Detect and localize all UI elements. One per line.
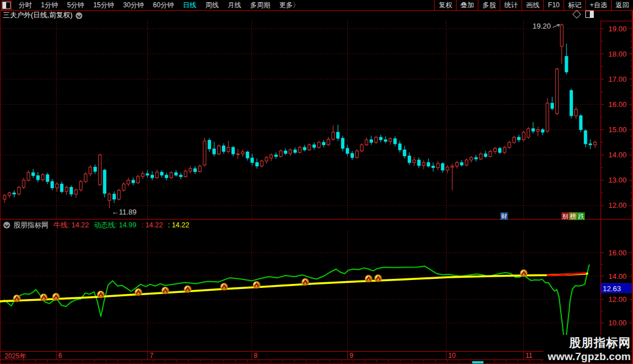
- candle: [579, 116, 582, 130]
- menu-item-5分钟[interactable]: 5分钟: [63, 0, 89, 11]
- candle: [284, 151, 287, 153]
- menu-item-+自选[interactable]: +自选: [585, 0, 611, 10]
- month-label: 11: [525, 352, 532, 360]
- status-blip: [472, 361, 483, 363]
- indicator-header: 股朋指标网 牛线: 14.22动态线: 14.99: 14.22: 14.22: [0, 220, 599, 230]
- menu-item-更多〉[interactable]: 更多〉: [274, 0, 304, 11]
- candle: [308, 145, 311, 150]
- y-axis-label: 16.00: [608, 100, 627, 109]
- candle: [17, 187, 20, 194]
- candle: [594, 142, 597, 145]
- candle: [22, 180, 25, 188]
- menu-item-多股[interactable]: 多股: [478, 0, 500, 10]
- menu-item-15分钟[interactable]: 15分钟: [89, 0, 118, 11]
- candle: [27, 172, 30, 180]
- candle: [80, 181, 82, 190]
- split-pane-icon[interactable]: [585, 11, 594, 18]
- candle: [546, 103, 549, 131]
- diamond-icon[interactable]: [573, 10, 581, 19]
- candle: [356, 151, 359, 157]
- candle: [108, 194, 111, 200]
- y-axis-label: 12.00: [608, 295, 627, 304]
- menu-item-30分钟[interactable]: 30分钟: [119, 0, 148, 11]
- menu-item-日线[interactable]: 日线: [178, 0, 201, 11]
- event-badge-跌[interactable]: 跌: [577, 212, 585, 220]
- menu-item-标记[interactable]: 标记: [564, 0, 585, 10]
- candle: [575, 109, 578, 115]
- candle: [551, 103, 553, 108]
- menu-item-返回[interactable]: 返回: [611, 0, 633, 10]
- chevron-down-icon[interactable]: [76, 12, 82, 19]
- menu-item-统计[interactable]: 统计: [500, 0, 522, 10]
- menu-item-分时[interactable]: 分时: [14, 0, 36, 11]
- candle: [584, 130, 587, 143]
- candle: [484, 154, 487, 157]
- candle: [508, 142, 511, 147]
- period-menu: 分时1分钟5分钟15分钟30分钟60分钟日线周线月线多周期更多〉: [14, 0, 304, 11]
- watermark-url: www.7gpzb.com: [548, 351, 631, 363]
- menu-item-复权[interactable]: 复权: [434, 0, 456, 10]
- candle: [179, 175, 182, 177]
- candle: [32, 172, 35, 175]
- candle: [103, 170, 106, 194]
- candle: [398, 144, 401, 150]
- month-label: 6: [58, 352, 62, 360]
- menu-item-多周期[interactable]: 多周期: [245, 0, 274, 11]
- candle: [494, 148, 496, 151]
- month-tick: [523, 352, 524, 360]
- menu-item-叠加[interactable]: 叠加: [456, 0, 478, 10]
- bottom-tick-strip: [0, 360, 633, 364]
- menu-item-1分钟[interactable]: 1分钟: [36, 0, 63, 11]
- candle: [156, 172, 159, 178]
- event-badge-别[interactable]: 别: [561, 212, 569, 220]
- chart-canvas[interactable]: 19.0018.0017.0016.0015.0014.0013.0012.00…: [0, 0, 633, 364]
- menu-item-月线[interactable]: 月线: [223, 0, 245, 11]
- candle: [260, 161, 263, 166]
- candle: [351, 153, 353, 157]
- watermark: 股朋指标网 www.7gpzb.com: [543, 335, 631, 363]
- candle: [280, 151, 282, 156]
- candle: [451, 166, 454, 167]
- candle: [41, 175, 44, 180]
- candle: [113, 194, 115, 199]
- candle: [341, 138, 344, 148]
- date-axis: 2025年 67891011: [0, 351, 633, 360]
- candle: [65, 187, 68, 192]
- candle: [208, 141, 211, 149]
- candle: [151, 175, 153, 178]
- candle: [413, 160, 416, 163]
- y-axis-label: 10.00: [608, 319, 627, 327]
- candle: [8, 193, 11, 195]
- menu-item-F10[interactable]: F10: [543, 0, 564, 10]
- candle: [141, 174, 144, 176]
- candle: [427, 162, 430, 166]
- bull-line: [0, 273, 588, 301]
- window-layout-icon[interactable]: [2, 2, 11, 9]
- candle: [436, 164, 439, 167]
- candle: [365, 140, 368, 145]
- candle: [532, 129, 534, 132]
- candle: [455, 162, 458, 166]
- indicator-value: : 14.22: [168, 221, 189, 229]
- month-tick: [252, 352, 252, 360]
- candle: [513, 137, 515, 142]
- candle: [384, 140, 387, 142]
- candle: [274, 155, 277, 157]
- candle: [99, 155, 101, 185]
- candle: [122, 184, 125, 190]
- indicator-value: : 14.22: [141, 221, 162, 229]
- page-title: 三夫户外(日线,前复权): [3, 11, 72, 20]
- candle: [441, 164, 444, 170]
- y-axis-label: 18.00: [608, 50, 627, 58]
- event-badge-榜[interactable]: 榜: [569, 212, 577, 220]
- y-axis-label: 13.00: [608, 176, 627, 184]
- top-menu-bar: 分时1分钟5分钟15分钟30分钟60分钟日线周线月线多周期更多〉 复权叠加多股统…: [0, 0, 633, 11]
- menu-item-画线[interactable]: 画线: [522, 0, 543, 10]
- candle: [570, 91, 573, 116]
- indicator-collapse-icon[interactable]: [3, 222, 10, 228]
- candle: [389, 139, 392, 142]
- menu-item-周线[interactable]: 周线: [201, 0, 223, 11]
- month-tick: [347, 352, 348, 360]
- event-badge-财[interactable]: 财: [500, 212, 508, 220]
- menu-item-60分钟[interactable]: 60分钟: [148, 0, 178, 11]
